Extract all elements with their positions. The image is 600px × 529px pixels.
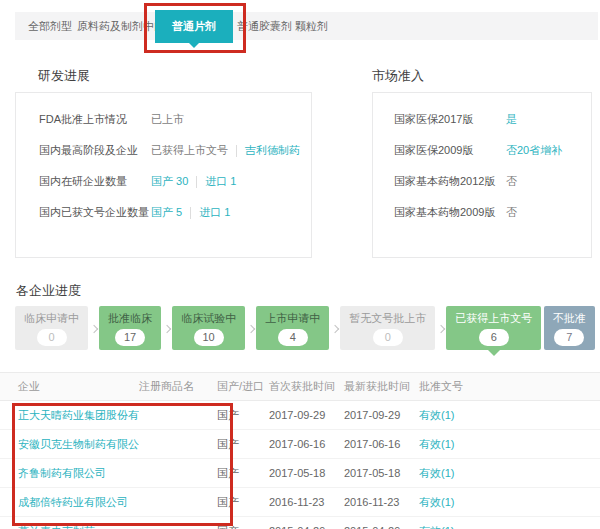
progress-section-title: 各企业进度 xyxy=(16,282,81,300)
col-origin: 国产/进口 xyxy=(217,373,269,401)
stage-label: 临床试验中 xyxy=(181,311,236,326)
first-approval-cell: 2017-06-16 xyxy=(269,430,344,459)
license-link[interactable]: 有效(1) xyxy=(419,409,454,421)
tab-granule[interactable]: 颗粒剂 xyxy=(295,12,328,40)
stage-label: 临床申请中 xyxy=(24,311,79,326)
info-label: 国内在研企业数量 xyxy=(39,174,151,189)
stage-count: 0 xyxy=(373,329,403,346)
info-value-link[interactable]: 是 xyxy=(506,112,517,127)
annotation-box-tab xyxy=(144,3,246,53)
stage-count: 7 xyxy=(554,329,584,346)
company-link[interactable]: 吉利德制药 xyxy=(245,143,300,158)
rd-progress-panel: FDA批准上市情况 已上市 国内最高阶段及企业 已获得上市文号 吉利德制药 国内… xyxy=(15,92,312,258)
info-label: 国内最高阶段及企业 xyxy=(39,143,151,158)
info-row-domestic-highest-stage: 国内最高阶段及企业 已获得上市文号 吉利德制药 xyxy=(16,135,311,166)
info-row-companies-with-license: 国内已获文号企业数量 国产 5 进口 1 xyxy=(16,197,311,228)
first-approval-cell: 2016-11-23 xyxy=(269,488,344,517)
stage-pointer-down-icon xyxy=(488,350,500,356)
latest-approval-cell: 2016-11-23 xyxy=(344,488,419,517)
stage-label: 已获得上市文号 xyxy=(455,311,532,326)
imported-count-link[interactable]: 进口 1 xyxy=(199,205,230,220)
info-row-essential-drugs-2012: 国家基本药物2012版 否 xyxy=(373,166,591,197)
stage-not-approved[interactable]: 不批准 7 xyxy=(544,306,595,350)
latest-approval-cell: 2017-09-29 xyxy=(344,401,419,430)
license-link[interactable]: 有效(1) xyxy=(419,438,454,450)
dosage-form-tab-bar: 全部剂型 原料药及制剂中间体 普通胶囊剂 颗粒剂 xyxy=(15,12,598,40)
info-label: 国内已获文号企业数量 xyxy=(39,205,151,220)
info-row-fda-status: FDA批准上市情况 已上市 xyxy=(16,104,311,135)
first-approval-cell: 2017-09-29 xyxy=(269,401,344,430)
stage-marketing-application[interactable]: 上市申请中 4 xyxy=(256,306,329,350)
latest-approval-cell: 2015-04-29 xyxy=(344,517,419,529)
arrow-right-icon xyxy=(330,325,338,333)
info-label: 国家基本药物2009版 xyxy=(394,205,506,220)
info-row-medical-insurance-2017: 国家医保2017版 是 xyxy=(373,104,591,135)
value-divider xyxy=(196,176,197,188)
info-value: 否 xyxy=(506,205,517,220)
stage-count: 10 xyxy=(194,329,224,346)
info-value-link[interactable]: 否20省增补 xyxy=(506,143,562,158)
stage-license-obtained[interactable]: 已获得上市文号 6 xyxy=(446,306,541,350)
stage-count: 17 xyxy=(115,329,145,346)
domestic-count-link[interactable]: 国产 30 xyxy=(151,174,188,189)
col-first-approval: 首次获批时间 xyxy=(269,373,344,401)
stage-label: 不批准 xyxy=(553,311,586,326)
info-label: 国家医保2009版 xyxy=(394,143,506,158)
stage-clinical-approved[interactable]: 批准临床 17 xyxy=(99,306,161,350)
first-approval-cell: 2017-05-18 xyxy=(269,459,344,488)
latest-approval-cell: 2017-06-16 xyxy=(344,430,419,459)
info-row-essential-drugs-2009: 国家基本药物2009版 否 xyxy=(373,197,591,228)
info-row-medical-insurance-2009: 国家医保2009版 否20省增补 xyxy=(373,135,591,166)
latest-approval-cell: 2017-05-18 xyxy=(344,459,419,488)
info-label: 国家医保2017版 xyxy=(394,112,506,127)
stage-label: 暂无文号批上市 xyxy=(349,311,426,326)
arrow-right-icon xyxy=(89,325,97,333)
license-link[interactable]: 有效(1) xyxy=(419,467,454,479)
info-value: 已获得上市文号 xyxy=(151,143,228,158)
stage-clinical-application[interactable]: 临床申请中 0 xyxy=(15,306,88,350)
stage-clinical-trial[interactable]: 临床试验中 10 xyxy=(172,306,245,350)
stage-approved-no-license[interactable]: 暂无文号批上市 0 xyxy=(340,306,435,350)
stage-label: 上市申请中 xyxy=(265,311,320,326)
info-label: FDA批准上市情况 xyxy=(39,112,151,127)
col-brand-name: 注册商品名 xyxy=(139,373,217,401)
table-header-row: 企业 注册商品名 国产/进口 首次获批时间 最新获批时间 批准文号 xyxy=(0,373,600,401)
pharma-detail-page: 全部剂型 原料药及制剂中间体 普通胶囊剂 颗粒剂 普通片剂 研发进展 FDA批准… xyxy=(0,0,600,529)
arrow-right-icon xyxy=(162,325,170,333)
first-approval-cell: 2015-04-29 xyxy=(269,517,344,529)
stage-count: 4 xyxy=(278,329,308,346)
stage-count: 6 xyxy=(479,329,509,346)
value-divider xyxy=(236,145,237,157)
arrow-right-icon xyxy=(246,325,254,333)
stage-pipeline: 临床申请中 0 批准临床 17 临床试验中 10 上市申请中 4 暂无文号批上市… xyxy=(15,306,595,356)
stage-count: 0 xyxy=(37,329,67,346)
stage-label: 批准临床 xyxy=(108,311,152,326)
col-latest-approval: 最新获批时间 xyxy=(344,373,419,401)
info-row-companies-in-development: 国内在研企业数量 国产 30 进口 1 xyxy=(16,166,311,197)
domestic-count-link[interactable]: 国产 5 xyxy=(151,205,182,220)
annotation-box-companies xyxy=(12,403,233,526)
tab-all-dosage-forms[interactable]: 全部剂型 xyxy=(28,12,72,40)
license-link[interactable]: 有效(1) xyxy=(419,525,454,529)
market-access-panel: 国家医保2017版 是 国家医保2009版 否20省增补 国家基本药物2012版… xyxy=(372,92,592,258)
license-link[interactable]: 有效(1) xyxy=(419,496,454,508)
value-divider xyxy=(190,207,191,219)
info-value: 否 xyxy=(506,174,517,189)
info-value: 已上市 xyxy=(151,112,184,127)
imported-count-link[interactable]: 进口 1 xyxy=(205,174,236,189)
col-license: 批准文号 xyxy=(419,373,600,401)
market-section-title: 市场准入 xyxy=(372,67,424,85)
col-company: 企业 xyxy=(0,373,139,401)
arrow-right-icon xyxy=(437,325,445,333)
info-label: 国家基本药物2012版 xyxy=(394,174,506,189)
rd-section-title: 研发进展 xyxy=(38,67,90,85)
